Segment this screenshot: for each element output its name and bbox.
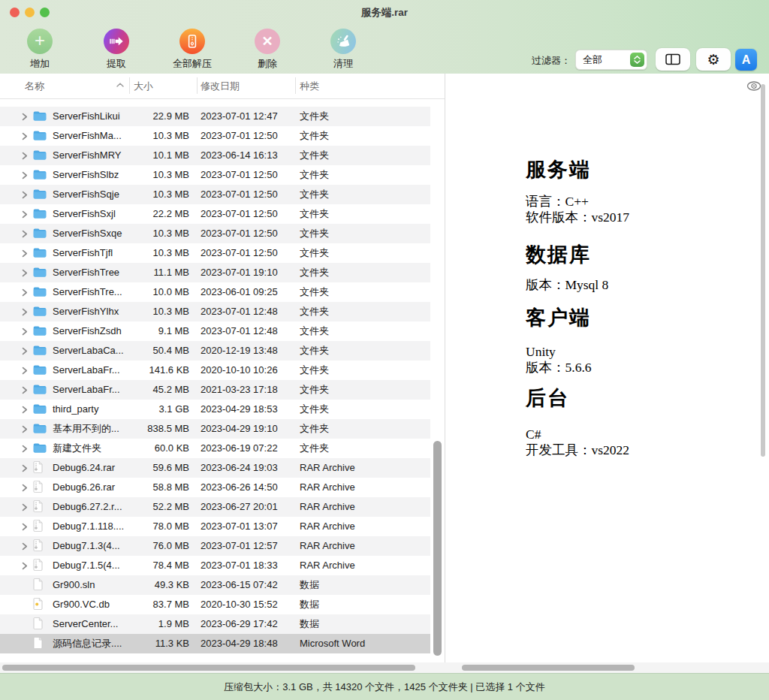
file-size: 50.4 MB bbox=[122, 341, 189, 361]
disclosure-chevron-icon[interactable] bbox=[20, 536, 29, 557]
file-name: ServerFishMa... bbox=[53, 126, 122, 146]
file-kind: 文件夹 bbox=[300, 165, 329, 185]
column-header-kind[interactable]: 种类 bbox=[300, 80, 319, 93]
table-row[interactable]: ServerFishSxqe10.3 MB2023-07-01 12:50文件夹 bbox=[0, 224, 430, 243]
clean-button[interactable]: 清理 bbox=[317, 29, 369, 71]
column-header-date[interactable]: 修改日期 bbox=[201, 80, 240, 93]
list-horizontal-scrollbar-thumb[interactable] bbox=[2, 665, 415, 671]
disclosure-chevron-icon[interactable] bbox=[20, 107, 29, 128]
file-name: ServerFishSqje bbox=[53, 185, 119, 204]
table-row[interactable]: ServerLabaFr...141.6 KB2020-10-10 10:26文… bbox=[0, 361, 430, 380]
appstore-a-icon: A bbox=[742, 53, 751, 67]
disclosure-chevron-icon[interactable] bbox=[20, 439, 29, 460]
file-name: ServerFishMRY bbox=[53, 146, 122, 165]
list-header: 名称 大小 修改日期 种类 bbox=[0, 74, 445, 99]
table-row[interactable]: 基本用不到的...838.5 MB2023-04-29 19:10文件夹 bbox=[0, 419, 430, 439]
table-row[interactable]: ServerFishTjfl10.3 MB2023-07-01 12:50文件夹 bbox=[0, 243, 430, 263]
file-name: 基本用不到的... bbox=[53, 419, 119, 439]
disclosure-chevron-icon[interactable] bbox=[20, 517, 29, 538]
file-size: 1.9 MB bbox=[122, 614, 189, 634]
disclosure-chevron-icon[interactable] bbox=[20, 458, 29, 479]
preview-pane: 服务端语言：C++软件版本：vs2017数据库版本：Mysql 8客户端Unit… bbox=[445, 74, 769, 662]
table-row[interactable]: Debug6.24.rar59.6 MB2023-06-24 19:03RAR … bbox=[0, 458, 430, 478]
preview-scrollbar-thumb[interactable] bbox=[761, 84, 765, 457]
column-header-size[interactable]: 大小 bbox=[134, 80, 153, 93]
file-kind: RAR Archive bbox=[300, 497, 355, 517]
file-list-pane: 名称 大小 修改日期 种类 ServerFishLikui22.9 MB2023… bbox=[0, 74, 445, 662]
folder-icon bbox=[33, 380, 47, 400]
disclosure-chevron-icon[interactable] bbox=[20, 204, 29, 225]
preview-line: 版本：5.6.6 bbox=[526, 360, 743, 376]
disclosure-chevron-icon[interactable] bbox=[20, 243, 29, 264]
table-row[interactable]: Gr900.VC.db83.7 MB2020-10-30 15:52数据 bbox=[0, 595, 430, 614]
table-row[interactable]: ServerFishMRY10.1 MB2023-06-14 16:13文件夹 bbox=[0, 146, 430, 165]
file-kind: RAR Archive bbox=[300, 556, 355, 575]
filter-dropdown[interactable]: 全部 bbox=[575, 50, 647, 70]
table-row[interactable]: Debug7.1.5(4...78.4 MB2023-07-01 18:33RA… bbox=[0, 556, 430, 575]
file-size: 22.9 MB bbox=[122, 107, 189, 126]
disclosure-chevron-icon[interactable] bbox=[20, 282, 29, 303]
disclosure-chevron-icon[interactable] bbox=[20, 556, 29, 577]
disclosure-chevron-icon[interactable] bbox=[20, 361, 29, 382]
folder-icon bbox=[33, 282, 47, 302]
disclosure-chevron-icon[interactable] bbox=[20, 341, 29, 362]
disclosure-chevron-icon[interactable] bbox=[20, 224, 29, 245]
table-row[interactable]: Gr900.sln49.3 KB2023-06-15 07:42数据 bbox=[0, 575, 430, 595]
table-row[interactable]: ServerFishSqje10.3 MB2023-07-01 12:50文件夹 bbox=[0, 185, 430, 204]
quicklook-eye-icon[interactable] bbox=[746, 80, 761, 92]
disclosure-chevron-icon[interactable] bbox=[20, 380, 29, 401]
vertical-scrollbar-thumb[interactable] bbox=[433, 441, 442, 656]
disclosure-chevron-icon[interactable] bbox=[20, 497, 29, 518]
table-row[interactable]: Debug6.27.2.r...52.2 MB2023-06-27 20:01R… bbox=[0, 497, 430, 517]
column-header-name[interactable]: 名称 bbox=[25, 80, 44, 93]
table-row[interactable]: ServerLabaFr...45.2 MB2021-03-23 17:18文件… bbox=[0, 380, 430, 400]
file-date: 2023-06-19 07:22 bbox=[201, 439, 278, 458]
table-row[interactable]: ServerFishTre...10.0 MB2023-06-01 09:25文… bbox=[0, 282, 430, 302]
file-date: 2023-06-01 09:25 bbox=[201, 282, 278, 302]
disclosure-chevron-icon[interactable] bbox=[20, 185, 29, 206]
disclosure-chevron-icon[interactable] bbox=[20, 126, 29, 147]
unzip-all-button[interactable]: 全部解压 bbox=[166, 29, 219, 71]
preview-line: 软件版本：vs2017 bbox=[526, 210, 743, 225]
folder-icon bbox=[33, 107, 47, 126]
add-button[interactable]: + 增加 bbox=[14, 29, 66, 71]
file-name: ServerFishSxqe bbox=[53, 224, 122, 243]
table-row[interactable]: ServerFishZsdh9.1 MB2023-07-01 12:48文件夹 bbox=[0, 321, 430, 341]
table-row[interactable]: 新建文件夹60.0 KB2023-06-19 07:22文件夹 bbox=[0, 439, 430, 458]
disclosure-chevron-icon[interactable] bbox=[20, 321, 29, 342]
file-name: Debug6.26.rar bbox=[53, 478, 115, 497]
disclosure-chevron-icon[interactable] bbox=[20, 302, 29, 323]
table-row[interactable]: ServerFishSlbz10.3 MB2023-07-01 12:50文件夹 bbox=[0, 165, 430, 185]
file-size: 9.1 MB bbox=[122, 321, 189, 341]
disclosure-chevron-icon[interactable] bbox=[20, 263, 29, 284]
table-row[interactable]: ServerFishMa...10.3 MB2023-07-01 12:50文件… bbox=[0, 126, 430, 146]
appstore-button[interactable]: A bbox=[735, 49, 757, 71]
file-date: 2023-07-01 12:50 bbox=[201, 204, 278, 224]
disclosure-chevron-icon[interactable] bbox=[20, 478, 29, 499]
file-kind: 数据 bbox=[300, 595, 319, 614]
preview-heading: 客户端 bbox=[526, 306, 743, 329]
disclosure-chevron-icon[interactable] bbox=[20, 165, 29, 186]
toggle-sidebar-button[interactable] bbox=[656, 48, 690, 71]
table-row[interactable]: ServerFishSxjl22.2 MB2023-07-01 12:50文件夹 bbox=[0, 204, 430, 224]
table-row[interactable]: ServerLabaCa...50.4 MB2020-12-19 13:48文件… bbox=[0, 341, 430, 361]
settings-button[interactable]: ⚙ bbox=[696, 48, 731, 71]
gear-icon: ⚙ bbox=[707, 51, 719, 68]
table-row[interactable]: ServerFishLikui22.9 MB2023-07-01 12:47文件… bbox=[0, 107, 430, 126]
disclosure-chevron-icon[interactable] bbox=[20, 419, 29, 440]
disclosure-chevron-icon[interactable] bbox=[20, 400, 29, 421]
folder-icon bbox=[33, 165, 47, 185]
table-row[interactable]: ServerFishYlhx10.3 MB2023-07-01 12:48文件夹 bbox=[0, 302, 430, 321]
delete-button[interactable]: ✕ 删除 bbox=[241, 29, 294, 71]
table-row[interactable]: Debug7.1.118....78.0 MB2023-07-01 13:07R… bbox=[0, 517, 430, 536]
table-row[interactable]: Debug7.1.3(4...76.0 MB2023-07-01 12:57RA… bbox=[0, 536, 430, 556]
table-row[interactable]: ServerFishTree11.1 MB2023-07-01 19:10文件夹 bbox=[0, 263, 430, 282]
preview-horizontal-scrollbar-thumb[interactable] bbox=[462, 665, 635, 671]
table-row[interactable]: third_party3.1 GB2023-04-29 18:53文件夹 bbox=[0, 400, 430, 419]
table-row[interactable]: 源码信息记录....11.3 KB2023-04-29 18:48Microso… bbox=[0, 634, 430, 653]
table-row[interactable]: Debug6.26.rar58.8 MB2023-06-26 14:50RAR … bbox=[0, 478, 430, 497]
table-row[interactable]: ServerCenter...1.9 MB2023-06-29 17:42数据 bbox=[0, 614, 430, 634]
folder-icon bbox=[33, 243, 47, 263]
disclosure-chevron-icon[interactable] bbox=[20, 146, 29, 167]
extract-button[interactable]: 提取 bbox=[90, 29, 143, 71]
